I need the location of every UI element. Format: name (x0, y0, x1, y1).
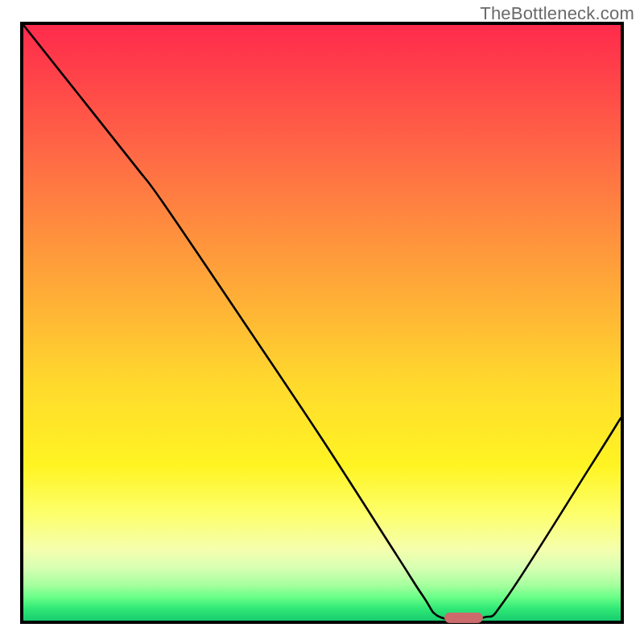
curve-line (23, 25, 621, 621)
plot-frame (20, 22, 624, 624)
chart-container: TheBottleneck.com (0, 0, 644, 644)
optimal-marker (444, 613, 483, 623)
